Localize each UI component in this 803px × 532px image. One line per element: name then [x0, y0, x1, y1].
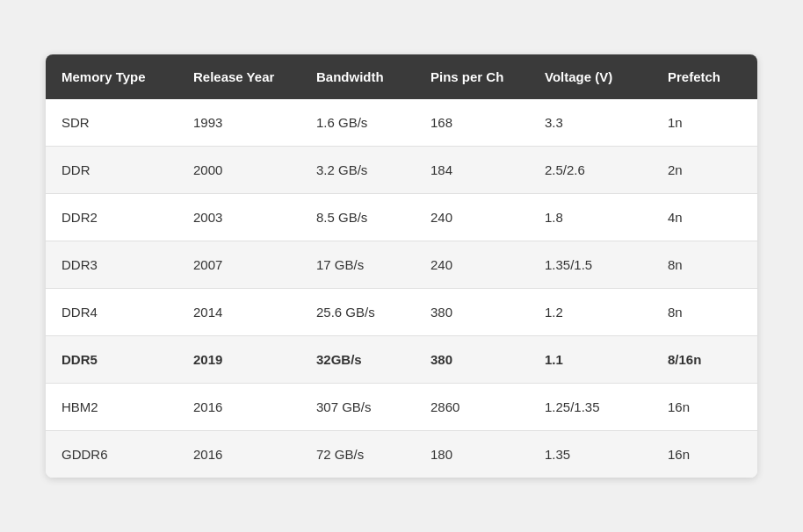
cell-memory-type: DDR2 [46, 194, 177, 241]
header-prefetch: Prefetch [652, 54, 757, 100]
table-row: DDR3200717 GB/s2401.35/1.58n [46, 241, 757, 289]
memory-table-container: Memory Type Release Year Bandwidth Pins … [46, 54, 757, 478]
cell-release-year: 2007 [177, 241, 300, 289]
cell-bandwidth: 32GB/s [300, 336, 415, 384]
table-row: SDR19931.6 GB/s1683.31n [46, 99, 757, 147]
cell-voltage: 1.35/1.5 [529, 241, 652, 289]
cell-voltage: 1.8 [529, 194, 652, 241]
cell-voltage: 2.5/2.6 [529, 147, 652, 194]
header-voltage: Voltage (V) [529, 54, 652, 100]
cell-pins: 240 [415, 194, 529, 241]
cell-release-year: 2014 [177, 289, 300, 336]
cell-bandwidth: 307 GB/s [300, 384, 415, 431]
header-pins-per-ch: Pins per Ch [415, 54, 529, 100]
cell-pins: 380 [415, 336, 529, 384]
header-bandwidth: Bandwidth [300, 54, 415, 100]
cell-prefetch: 16n [652, 431, 757, 478]
table-row: DDR220038.5 GB/s2401.84n [46, 194, 757, 241]
table-row: GDDR6201672 GB/s1801.3516n [46, 431, 757, 478]
table-row: DDR5201932GB/s3801.18/16n [46, 336, 757, 384]
cell-release-year: 2000 [177, 147, 300, 194]
cell-prefetch: 8/16n [652, 336, 757, 384]
cell-memory-type: SDR [46, 99, 177, 147]
cell-bandwidth: 17 GB/s [300, 241, 415, 289]
cell-memory-type: DDR5 [46, 336, 177, 384]
cell-bandwidth: 8.5 GB/s [300, 194, 415, 241]
cell-release-year: 2016 [177, 431, 300, 478]
cell-voltage: 3.3 [529, 99, 652, 147]
header-memory-type: Memory Type [46, 54, 177, 100]
cell-pins: 240 [415, 241, 529, 289]
cell-pins: 2860 [415, 384, 529, 431]
cell-voltage: 1.35 [529, 431, 652, 478]
memory-table: Memory Type Release Year Bandwidth Pins … [46, 54, 757, 478]
table-row: DDR20003.2 GB/s1842.5/2.62n [46, 147, 757, 194]
cell-prefetch: 2n [652, 147, 757, 194]
table-row: DDR4201425.6 GB/s3801.28n [46, 289, 757, 336]
cell-pins: 380 [415, 289, 529, 336]
cell-prefetch: 1n [652, 99, 757, 147]
cell-bandwidth: 1.6 GB/s [300, 99, 415, 147]
cell-bandwidth: 72 GB/s [300, 431, 415, 478]
cell-pins: 180 [415, 431, 529, 478]
cell-pins: 168 [415, 99, 529, 147]
cell-release-year: 2003 [177, 194, 300, 241]
cell-memory-type: GDDR6 [46, 431, 177, 478]
cell-memory-type: HBM2 [46, 384, 177, 431]
table-header-row: Memory Type Release Year Bandwidth Pins … [46, 54, 757, 100]
cell-memory-type: DDR3 [46, 241, 177, 289]
cell-release-year: 2019 [177, 336, 300, 384]
cell-voltage: 1.1 [529, 336, 652, 384]
cell-voltage: 1.25/1.35 [529, 384, 652, 431]
cell-prefetch: 16n [652, 384, 757, 431]
cell-memory-type: DDR [46, 147, 177, 194]
cell-prefetch: 8n [652, 289, 757, 336]
cell-prefetch: 4n [652, 194, 757, 241]
cell-bandwidth: 25.6 GB/s [300, 289, 415, 336]
table-row: HBM22016307 GB/s28601.25/1.3516n [46, 384, 757, 431]
cell-voltage: 1.2 [529, 289, 652, 336]
cell-prefetch: 8n [652, 241, 757, 289]
cell-release-year: 2016 [177, 384, 300, 431]
cell-pins: 184 [415, 147, 529, 194]
cell-memory-type: DDR4 [46, 289, 177, 336]
cell-bandwidth: 3.2 GB/s [300, 147, 415, 194]
header-release-year: Release Year [177, 54, 300, 100]
cell-release-year: 1993 [177, 99, 300, 147]
